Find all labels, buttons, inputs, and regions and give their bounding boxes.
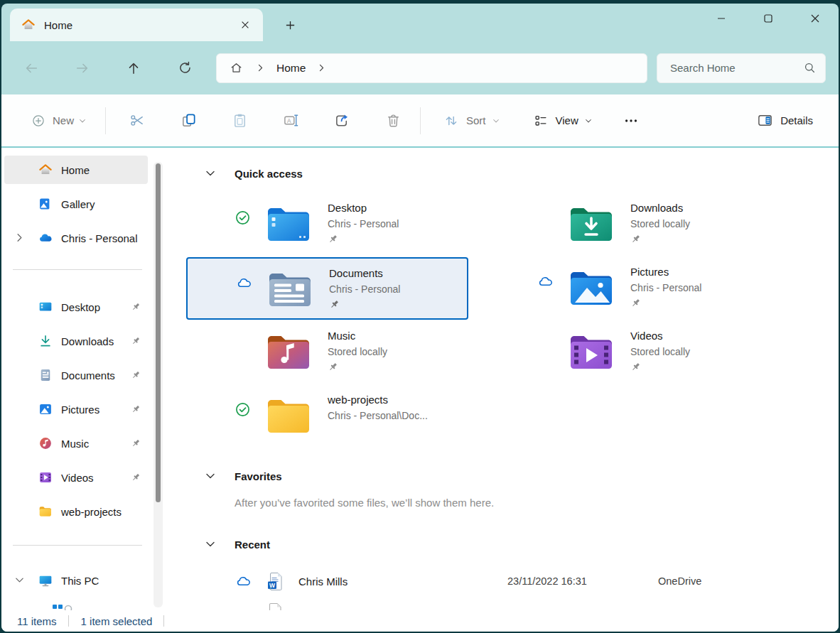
chevron-down-icon[interactable] bbox=[205, 539, 216, 550]
item-count: 11 items bbox=[17, 615, 57, 627]
new-tab-button[interactable] bbox=[279, 15, 301, 35]
up-button[interactable] bbox=[118, 54, 149, 82]
share-button[interactable] bbox=[326, 105, 357, 136]
tab-home[interactable]: Home bbox=[10, 9, 263, 41]
tile-subtitle: Stored locally bbox=[328, 344, 387, 359]
breadcrumb-home-icon[interactable] bbox=[230, 61, 243, 75]
tab-bar: Home bbox=[1, 4, 839, 41]
tile-downloads[interactable]: Downloads Stored locally bbox=[489, 193, 771, 256]
tile-pictures[interactable]: Pictures Chris - Personal bbox=[489, 257, 771, 320]
plus-circle-icon bbox=[31, 114, 45, 128]
search-icon[interactable] bbox=[803, 61, 817, 75]
sidebar-item-gallery[interactable]: Gallery bbox=[4, 190, 148, 218]
address-bar[interactable]: Home bbox=[216, 53, 647, 83]
sidebar-item-desktop[interactable]: Desktop bbox=[4, 293, 148, 321]
pin-icon bbox=[630, 234, 690, 244]
sort-icon bbox=[443, 113, 459, 129]
plain-folder-icon bbox=[266, 396, 311, 435]
more-options-button[interactable] bbox=[615, 105, 647, 136]
chevron-right-icon[interactable] bbox=[14, 232, 26, 244]
tile-videos[interactable]: Videos Stored locally bbox=[489, 321, 771, 384]
breadcrumb-item-home[interactable]: Home bbox=[276, 62, 306, 75]
sync-cloud-icon bbox=[237, 276, 252, 291]
refresh-button[interactable] bbox=[169, 54, 200, 82]
sidebar-item-this-pc[interactable]: This PC bbox=[4, 566, 148, 595]
tile-subtitle: Stored locally bbox=[630, 344, 690, 359]
search-input[interactable]: Search Home bbox=[657, 53, 826, 83]
sidebar-item-label: Music bbox=[61, 438, 89, 450]
tile-desktop[interactable]: Desktop Chris - Personal bbox=[186, 193, 468, 256]
tab-close-icon[interactable] bbox=[235, 14, 256, 36]
this-pc-icon bbox=[38, 573, 53, 588]
chevron-down-icon[interactable] bbox=[14, 575, 26, 586]
section-recent-header[interactable]: Recent bbox=[186, 534, 839, 554]
sidebar-divider bbox=[13, 269, 142, 270]
forward-button[interactable] bbox=[67, 54, 98, 82]
tile-music[interactable]: Music Stored locally bbox=[186, 321, 468, 384]
sidebar-item-downloads[interactable]: Downloads bbox=[4, 327, 148, 355]
sidebar-item-label: Desktop bbox=[61, 301, 100, 313]
tile-documents[interactable]: Documents Chris - Personal bbox=[186, 257, 468, 320]
sync-ok-icon bbox=[235, 210, 250, 225]
new-button[interactable]: New bbox=[26, 105, 92, 136]
pin-icon bbox=[328, 234, 399, 244]
tile-subtitle: Chris - Personal bbox=[630, 280, 701, 296]
home-icon bbox=[38, 163, 53, 177]
close-button[interactable] bbox=[792, 4, 839, 33]
sort-button-label: Sort bbox=[466, 114, 486, 126]
section-favorites-header[interactable]: Favorites bbox=[186, 466, 839, 486]
sort-button[interactable]: Sort bbox=[436, 105, 507, 136]
section-title: Favorites bbox=[235, 470, 282, 482]
tile-subtitle: Chris - Personal bbox=[329, 281, 400, 297]
pin-icon bbox=[329, 299, 400, 310]
tile-name: Music bbox=[328, 328, 387, 344]
command-bar: New A Sort View bbox=[1, 94, 839, 148]
chevron-right-icon[interactable] bbox=[317, 63, 326, 72]
chevron-down-icon bbox=[492, 117, 500, 125]
sidebar-item-documents[interactable]: Documents bbox=[4, 361, 148, 389]
details-pane-icon bbox=[757, 112, 773, 129]
onedrive-cloud-icon bbox=[38, 231, 53, 245]
search-placeholder: Search Home bbox=[670, 62, 803, 74]
minimize-button[interactable] bbox=[698, 4, 745, 33]
navigation-bar: Home Search Home bbox=[1, 41, 839, 94]
chevron-down-icon[interactable] bbox=[205, 168, 216, 179]
sidebar-item-partial-drive[interactable] bbox=[51, 600, 163, 610]
maximize-button[interactable] bbox=[745, 4, 792, 33]
cut-button[interactable] bbox=[122, 105, 153, 136]
details-button[interactable]: Details bbox=[751, 105, 819, 136]
downloads-icon bbox=[38, 334, 53, 348]
svg-text:A: A bbox=[287, 118, 291, 124]
sidebar-item-home[interactable]: Home bbox=[4, 156, 148, 184]
sidebar-scrollbar-thumb[interactable] bbox=[156, 163, 161, 502]
sidebar-item-label: web-projects bbox=[61, 506, 122, 518]
sidebar-item-music[interactable]: Music bbox=[4, 429, 148, 458]
sidebar-item-web-projects[interactable]: web-projects bbox=[4, 497, 148, 526]
sidebar-item-label: Documents bbox=[61, 369, 115, 382]
rename-button[interactable]: A bbox=[275, 105, 306, 136]
chevron-down-icon[interactable] bbox=[205, 470, 216, 482]
tile-name: Desktop bbox=[328, 200, 399, 216]
music-icon bbox=[38, 436, 53, 450]
recent-file-row-partial[interactable] bbox=[266, 602, 839, 610]
delete-button[interactable] bbox=[377, 105, 409, 136]
sidebar-item-onedrive[interactable]: Chris - Personal bbox=[4, 224, 148, 252]
pin-icon bbox=[131, 336, 141, 346]
sidebar-item-pictures[interactable]: Pictures bbox=[4, 395, 148, 423]
copy-button[interactable] bbox=[173, 105, 204, 136]
desktop-icon bbox=[38, 300, 53, 314]
sync-ok-icon bbox=[235, 402, 250, 417]
selection-count: 1 item selected bbox=[81, 615, 153, 627]
view-button[interactable]: View bbox=[526, 105, 600, 136]
paste-button[interactable] bbox=[224, 105, 255, 136]
tile-web-projects[interactable]: web-projects Chris - Personal\Doc... bbox=[186, 385, 468, 448]
back-button[interactable] bbox=[16, 54, 47, 82]
music-folder-icon bbox=[266, 332, 311, 371]
sidebar-divider bbox=[13, 545, 142, 546]
sidebar-item-videos[interactable]: Videos bbox=[4, 463, 148, 492]
status-divider bbox=[163, 615, 164, 627]
section-quick-access-header[interactable]: Quick access bbox=[186, 163, 839, 183]
recent-file-row[interactable]: W Chris Mills 23/11/2022 16:31 OneDrive bbox=[186, 569, 839, 593]
desktop-folder-icon bbox=[266, 205, 311, 243]
pin-icon bbox=[630, 298, 701, 308]
